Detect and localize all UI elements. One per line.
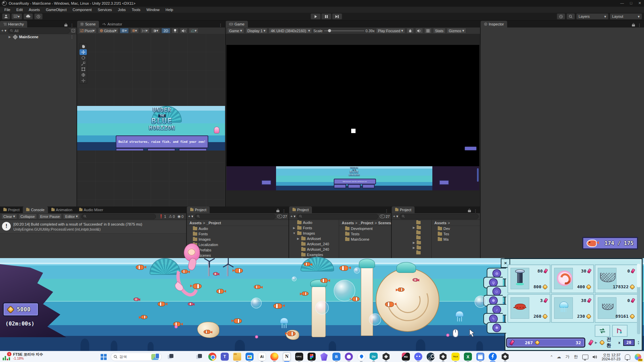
shop-item-cell[interactable]: 80 800 (507, 264, 550, 293)
2d-toggle[interactable]: 2D (161, 28, 170, 34)
stacked-windows-icon[interactable] (196, 354, 202, 359)
hidden-eye-icon[interactable]: 27 (380, 215, 390, 219)
step-button[interactable] (332, 13, 342, 19)
taskbar-app[interactable]: X (464, 352, 472, 362)
scene-picker-icon[interactable] (71, 29, 75, 33)
taskbar-app[interactable] (382, 352, 390, 362)
lock-icon[interactable] (64, 23, 67, 27)
taskbar-app[interactable] (270, 352, 279, 362)
folder-row[interactable]: Audio (187, 226, 288, 231)
title-button[interactable]: Continue (116, 148, 144, 150)
lock-icon[interactable] (632, 23, 635, 27)
tree-row[interactable]: ▶ArtAsset (289, 236, 339, 241)
play-button[interactable] (311, 13, 321, 19)
taskbar-app[interactable] (245, 352, 254, 362)
tree-row[interactable]: ▶Fonts (289, 225, 339, 231)
shop-item-cell[interactable]: 0 178322 (595, 264, 638, 293)
shading-mode-icon[interactable]: ▾ (151, 28, 160, 34)
swap-button[interactable] (595, 325, 610, 337)
coin-balance-button[interactable]: 5000 (3, 302, 39, 316)
convert-amount[interactable]: 20 (623, 339, 635, 346)
spin-up[interactable]: ▲ (637, 341, 640, 343)
scale-slider[interactable] (324, 31, 364, 31)
audio-mute-icon[interactable] (180, 28, 187, 34)
taskbar-app[interactable] (426, 352, 435, 362)
editor-button[interactable]: Editor ▾ (63, 214, 79, 219)
menu-item[interactable]: Component (69, 8, 95, 12)
console-count-badge[interactable]: ◉0 (176, 214, 185, 219)
onedrive-cloud-icon[interactable]: ☁ (557, 354, 561, 359)
version-control-icon[interactable]: ▾ (11, 13, 22, 19)
game-overlay[interactable]: 5000 (02m:00s) ✕ ⊕ψ☺✽♪ϟ✱ 80 800 (0, 258, 644, 351)
console-log-entry[interactable]: ! [00:20:14] Build completed with a resu… (0, 221, 186, 234)
console-count-badge[interactable]: ⚠0 (167, 214, 176, 219)
ime-han[interactable]: 한 (574, 354, 578, 360)
taskbar-app[interactable] (414, 352, 423, 362)
effects-toggle-icon[interactable]: ▾ (189, 28, 199, 34)
project-search[interactable] (399, 214, 479, 219)
taskbar-app[interactable]: N (282, 352, 291, 362)
kebab-icon[interactable]: ⋮ (216, 23, 225, 27)
add-button[interactable]: + ▾ (393, 214, 398, 219)
layers-dropdown[interactable]: Layers▾ (576, 13, 608, 19)
tab-hierarchy[interactable]: Hierarchy (0, 21, 27, 27)
clear-button[interactable]: Clear ▾ (1, 214, 17, 219)
console-tab[interactable]: Project (0, 206, 23, 213)
taskbar-app[interactable]: Dv (369, 352, 378, 362)
notification-bell-icon[interactable] (625, 354, 630, 360)
error-pause-button[interactable]: Error Pause (38, 214, 62, 219)
collapse-button[interactable]: Collapse (18, 214, 37, 219)
shop-tab[interactable]: ✱ (487, 322, 506, 334)
transform-tool[interactable] (79, 72, 87, 78)
global-toggle[interactable]: Global ▾ (98, 28, 118, 34)
resolution-selector[interactable]: 4K UHD (3840x2160) ▾ (269, 28, 312, 34)
cloud-icon[interactable] (23, 13, 33, 19)
taskbar-app[interactable] (476, 352, 485, 362)
console-tab[interactable]: Audio Mixer (76, 206, 107, 213)
clock[interactable]: 오전 12:372024-07-23 (602, 353, 621, 361)
shop-item-cell[interactable]: 38 230 (551, 294, 594, 323)
account-icon[interactable] (2, 13, 10, 19)
shop-item-cell[interactable]: 30 400 (551, 264, 594, 293)
audio-toggle-icon[interactable] (415, 28, 423, 34)
hierarchy-search[interactable]: All (8, 28, 70, 34)
speaker-icon[interactable] (593, 355, 597, 359)
tree-row[interactable]: Audio (289, 220, 339, 225)
add-button[interactable]: + ▾ (188, 214, 193, 219)
taskbar-widget[interactable]: 1 FTSE 코리아 지수-1.18% (3, 352, 43, 361)
hidden-eye-icon[interactable]: 27 (277, 215, 287, 219)
crumb[interactable]: Assets (342, 221, 354, 225)
asset-row[interactable]: Dev (432, 226, 480, 231)
menu-item[interactable]: Edit (13, 8, 26, 12)
minimize-button[interactable]: — (620, 1, 624, 5)
project-search[interactable] (297, 214, 378, 219)
taskbar-app[interactable] (344, 352, 353, 362)
tab-scene[interactable]: Scene (77, 21, 99, 27)
search-icon[interactable] (567, 13, 575, 19)
kebab-icon[interactable]: ⋮ (282, 209, 286, 213)
custom-tool[interactable] (79, 78, 87, 83)
taskbar-app[interactable] (439, 352, 447, 362)
menu-item[interactable]: GameObject (43, 8, 70, 12)
taskbar-app[interactable] (488, 352, 497, 362)
asset-row[interactable]: Tes (432, 231, 480, 237)
maximize-button[interactable]: □ (630, 1, 632, 5)
spin-down[interactable]: ▼ (637, 343, 640, 345)
tab-project[interactable]: Project (392, 206, 415, 213)
pivot-toggle[interactable]: Pivot ▾ (78, 28, 97, 34)
kebab-icon[interactable]: ⋮ (474, 209, 477, 213)
tab-project[interactable]: Project (289, 206, 312, 213)
history-icon[interactable] (557, 13, 565, 19)
lighting-toggle[interactable] (172, 28, 178, 34)
snap-increment-icon[interactable]: ▾ (130, 28, 139, 34)
scene-canvas[interactable]: UNDER THE BLUE HORIZON Build structures,… (77, 34, 225, 206)
gizmos-toggle[interactable]: Gizmos ▾ (447, 28, 466, 34)
stats-toggle[interactable]: Stats (433, 28, 445, 34)
project-search[interactable] (195, 214, 276, 219)
asset-row[interactable]: Development (339, 226, 391, 231)
tree-row[interactable]: ArtAsset_240 (289, 241, 339, 247)
hierarchy-root-row[interactable]: ▶ MainScene ⋮ (0, 34, 76, 40)
rect-tool[interactable] (79, 66, 87, 72)
menu-item[interactable]: Jobs (115, 8, 129, 12)
folder-row[interactable]: Images (187, 237, 288, 242)
